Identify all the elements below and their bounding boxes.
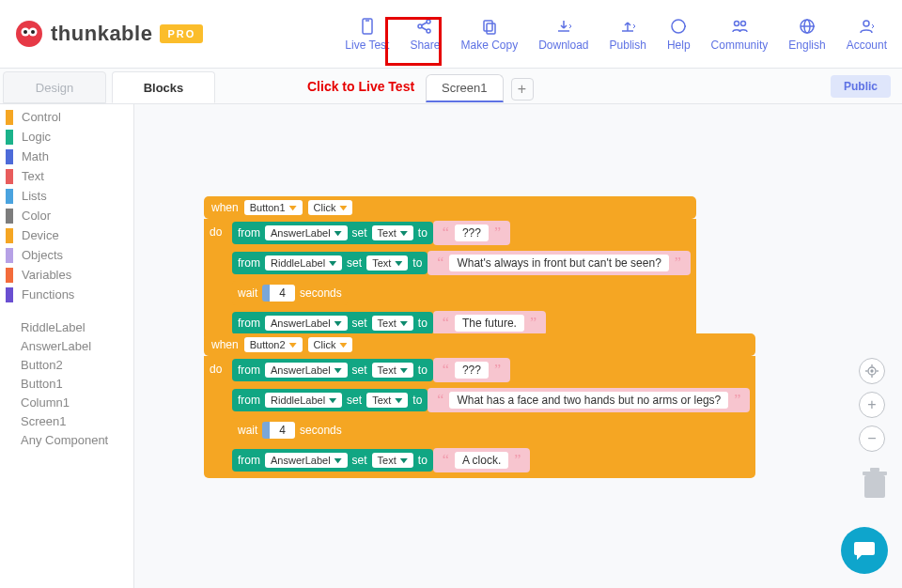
download-icon (555, 18, 572, 35)
make-copy-button[interactable]: Make Copy (460, 17, 518, 52)
sidebar-component-button1[interactable]: Button1 (0, 374, 133, 393)
string-literal[interactable]: “What's always in front but can't be see… (428, 251, 691, 275)
language-button[interactable]: English (788, 17, 825, 52)
live-test-button[interactable]: Live Test (345, 17, 389, 52)
sidebar-component-screen1[interactable]: Screen1 (0, 411, 133, 430)
property-dropdown[interactable]: Text (372, 225, 413, 240)
workspace-controls: + − (859, 358, 885, 452)
sidebar-component-column1[interactable]: Column1 (0, 393, 133, 411)
community-button[interactable]: Community (711, 17, 769, 52)
target-dropdown[interactable]: Button1 (244, 200, 303, 215)
sidebar-item-lists[interactable]: Lists (0, 186, 133, 206)
svg-point-9 (427, 29, 430, 33)
set-text-block[interactable]: from AnswerLabel set Text to (232, 359, 433, 381)
sidebar-item-device[interactable]: Device (0, 225, 133, 245)
event-dropdown[interactable]: Click (308, 200, 353, 215)
wait-block[interactable]: wait 4 seconds (232, 281, 348, 305)
string-literal[interactable]: “???” (433, 221, 510, 245)
sidebar-item-control[interactable]: Control (0, 107, 133, 127)
sidebar-item-variables[interactable]: Variables (0, 265, 133, 285)
toolbar-label: Publish (610, 39, 646, 52)
component-dropdown[interactable]: AnswerLabel (265, 225, 348, 240)
wait-block[interactable]: wait 4 seconds (232, 418, 348, 442)
set-text-block[interactable]: from RiddleLabel set Text to (232, 389, 428, 411)
sidebar-component-riddle-label[interactable]: RiddleLabel (0, 317, 133, 336)
string-literal[interactable]: “What has a face and two hands but no ar… (428, 388, 750, 412)
sidebar-item-logic[interactable]: Logic (0, 127, 133, 147)
sidebar-item-label: Functions (22, 287, 74, 302)
sidebar-item-label: Logic (22, 130, 51, 144)
sidebar-item-label: Variables (22, 268, 71, 282)
logo-area: thunkable PRO (15, 20, 203, 48)
property-dropdown[interactable]: Text (372, 453, 413, 468)
number-input[interactable]: 4 (262, 285, 295, 302)
sidebar-item-color[interactable]: Color (0, 206, 133, 225)
help-button[interactable]: Help (667, 17, 691, 52)
string-literal[interactable]: “???” (433, 358, 510, 382)
kw-do: do (210, 358, 226, 376)
publish-button[interactable]: Publish (610, 17, 646, 52)
recenter-button[interactable] (859, 358, 885, 384)
set-text-block[interactable]: from AnswerLabel set Text to (232, 222, 433, 244)
subheader: Design Blocks Click to Live Test Screen1… (0, 69, 902, 104)
property-dropdown[interactable]: Text (372, 363, 413, 378)
sidebar-component-any[interactable]: Any Component (0, 430, 133, 449)
sidebar-item-math[interactable]: Math (0, 147, 133, 166)
when-button2-click-block[interactable]: when Button2 Click (204, 333, 755, 356)
zoom-out-button[interactable]: − (859, 426, 885, 452)
toolbar-label: Account (847, 39, 887, 52)
number-input[interactable]: 4 (262, 422, 295, 439)
sidebar-item-functions[interactable]: Functions (0, 285, 133, 304)
account-button[interactable]: Account (847, 17, 887, 52)
kw-when: when (211, 201, 239, 214)
toolbar-label: Live Test (345, 39, 389, 52)
screen-tabs: Screen1 + (426, 69, 533, 103)
set-text-block[interactable]: from AnswerLabel set Text to (232, 449, 433, 472)
component-dropdown[interactable]: RiddleLabel (265, 393, 342, 408)
sidebar-item-label: Color (22, 209, 51, 223)
tab-design[interactable]: Design (3, 71, 106, 103)
event-dropdown[interactable]: Click (308, 337, 353, 352)
trash-button[interactable] (861, 468, 889, 503)
set-text-block[interactable]: from AnswerLabel set Text to (232, 312, 433, 334)
svg-point-15 (734, 21, 739, 25)
trash-icon (861, 468, 889, 500)
tab-blocks[interactable]: Blocks (112, 71, 215, 103)
component-dropdown[interactable]: AnswerLabel (265, 453, 348, 468)
sidebar-component-button2[interactable]: Button2 (0, 355, 133, 374)
do-block[interactable]: do from AnswerLabel set Text to “???” (204, 356, 755, 478)
people-icon (730, 18, 749, 35)
svg-rect-28 (863, 472, 887, 475)
target-dropdown[interactable]: Button2 (244, 337, 303, 352)
property-dropdown[interactable]: Text (366, 255, 408, 271)
visibility-toggle[interactable]: Public (831, 75, 891, 98)
pro-badge: PRO (160, 24, 203, 43)
zoom-in-button[interactable]: + (859, 392, 885, 418)
chat-fab[interactable] (841, 527, 888, 574)
download-button[interactable]: Download (538, 17, 588, 52)
share-button[interactable]: Share (410, 17, 440, 52)
component-dropdown[interactable]: AnswerLabel (265, 316, 348, 331)
toolbar: Live Test Share Make Copy Download Publi… (345, 17, 887, 52)
sidebar-item-label: Text (22, 169, 44, 183)
when-button1-click-block[interactable]: when Button1 Click (204, 196, 696, 219)
add-screen-button[interactable]: + (511, 78, 534, 101)
sidebar-item-text[interactable]: Text (0, 166, 133, 186)
property-dropdown[interactable]: Text (372, 316, 413, 331)
svg-rect-29 (870, 468, 879, 472)
component-dropdown[interactable]: AnswerLabel (265, 363, 348, 378)
blocks-workspace[interactable]: when Button1 Click do from AnswerLabel s… (134, 104, 902, 588)
string-literal[interactable]: “The future.” (433, 311, 546, 335)
crosshair-icon (865, 364, 879, 378)
top-header: thunkable PRO Live Test Share Make Copy … (0, 0, 902, 69)
property-dropdown[interactable]: Text (366, 393, 408, 408)
screen-tab[interactable]: Screen1 (426, 74, 503, 102)
kw-when: when (211, 338, 239, 351)
brand-name: thunkable (51, 22, 152, 46)
do-block[interactable]: do from AnswerLabel set Text to “???” (204, 219, 696, 341)
string-literal[interactable]: “A clock.” (433, 448, 531, 472)
set-text-block[interactable]: from RiddleLabel set Text to (232, 252, 428, 274)
sidebar-item-objects[interactable]: Objects (0, 245, 133, 265)
sidebar-component-answer-label[interactable]: AnswerLabel (0, 336, 133, 355)
component-dropdown[interactable]: RiddleLabel (265, 255, 342, 271)
